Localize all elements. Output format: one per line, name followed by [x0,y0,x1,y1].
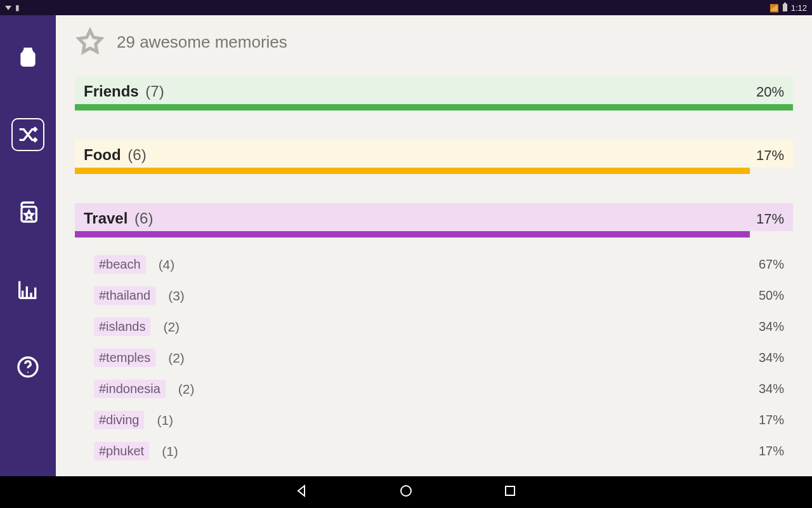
tag-row[interactable]: #phuket(1)17% [75,436,793,467]
android-status-bar: ▮ 1:12 [0,0,812,15]
status-right: 1:12 [769,3,807,13]
sidebar [0,15,56,476]
nav-help[interactable] [11,351,44,384]
category-name: Food [84,146,121,163]
tag-count: (2) [178,382,195,397]
tag-percent: 17% [759,444,784,458]
recent-icon [502,483,518,498]
svg-point-2 [26,57,28,59]
tag-percent: 34% [759,351,784,365]
page-header: 29 awesome memories [75,27,793,57]
category-header: Travel (6)17% [75,203,793,231]
home-button[interactable] [398,483,414,501]
svg-point-6 [401,486,411,496]
travel-tags: #beach(4)67%#thailand(3)50%#islands(2)34… [75,237,793,467]
star-icon [75,27,105,57]
shuffle-icon [15,122,41,147]
category-bar-track [75,168,793,174]
recent-button[interactable] [502,483,518,501]
category-name: Travel [84,210,128,227]
download-icon [5,6,11,10]
svg-rect-7 [506,486,514,495]
category-name: Friends [84,83,139,100]
category-friends[interactable]: Friends (7)20% [75,76,793,110]
tag-row[interactable]: #thailand(3)50% [75,280,793,311]
tag-percent: 17% [759,413,784,427]
nav-stats[interactable] [11,273,44,306]
tag-row[interactable]: #islands(2)34% [75,311,793,342]
back-button[interactable] [294,483,310,501]
category-bar-fill [75,168,750,174]
tag-count: (2) [168,351,185,366]
status-left: ▮ [5,3,20,12]
category-bar-track [75,104,793,110]
tag-chip[interactable]: #diving [94,411,144,429]
category-food[interactable]: Food (6)17% [75,140,793,174]
category-bar-track [75,231,793,237]
tag-chip[interactable]: #islands [94,318,150,336]
page-title: 29 awesome memories [117,32,287,52]
svg-point-1 [29,58,31,60]
home-icon [398,483,414,498]
category-percent: 17% [756,147,784,164]
jar-icon [15,44,41,70]
tag-row[interactable]: #indonesia(2)34% [75,373,793,404]
svg-point-5 [27,371,29,373]
tag-count: (2) [163,319,180,335]
tag-count: (3) [168,288,185,304]
category-header: Friends (7)20% [75,76,793,104]
battery-icon [783,4,787,11]
category-bar-fill [75,104,793,110]
nav-jar[interactable] [11,41,44,74]
help-icon [15,354,41,380]
wifi-icon [769,3,779,13]
category-count: (6) [124,146,147,163]
tag-chip[interactable]: #beach [94,255,146,274]
tag-chip[interactable]: #indonesia [94,380,166,398]
tag-row[interactable]: #temples(2)34% [75,342,793,373]
svg-point-0 [25,60,27,62]
tag-chip[interactable]: #temples [94,349,155,367]
tag-count: (4) [159,257,175,272]
cards-icon [15,199,41,225]
category-bar-fill [75,231,750,237]
category-header: Food (6)17% [75,140,793,168]
tag-percent: 34% [759,382,784,396]
main-pane: 29 awesome memories Friends (7)20%Food (… [56,15,812,476]
nav-shuffle[interactable] [11,118,44,151]
tag-percent: 67% [759,257,784,272]
tag-chip[interactable]: #thailand [94,286,155,305]
back-icon [294,483,310,498]
android-nav-bar [0,476,812,508]
bar-chart-icon [15,277,41,302]
notification-icon: ▮ [15,3,20,12]
tag-chip[interactable]: #phuket [94,442,149,460]
tag-percent: 50% [759,288,784,303]
tag-percent: 34% [759,319,784,334]
tag-count: (1) [162,444,178,459]
category-count: (6) [130,210,153,227]
category-travel[interactable]: Travel (6)17%#beach(4)67%#thailand(3)50%… [75,203,793,467]
category-count: (7) [141,83,164,100]
tag-row[interactable]: #diving(1)17% [75,404,793,436]
category-percent: 17% [756,211,784,227]
clock: 1:12 [791,3,807,13]
category-percent: 20% [756,84,784,100]
tag-count: (1) [157,413,173,428]
tag-row[interactable]: #beach(4)67% [75,249,793,280]
nav-cards[interactable] [11,196,44,229]
